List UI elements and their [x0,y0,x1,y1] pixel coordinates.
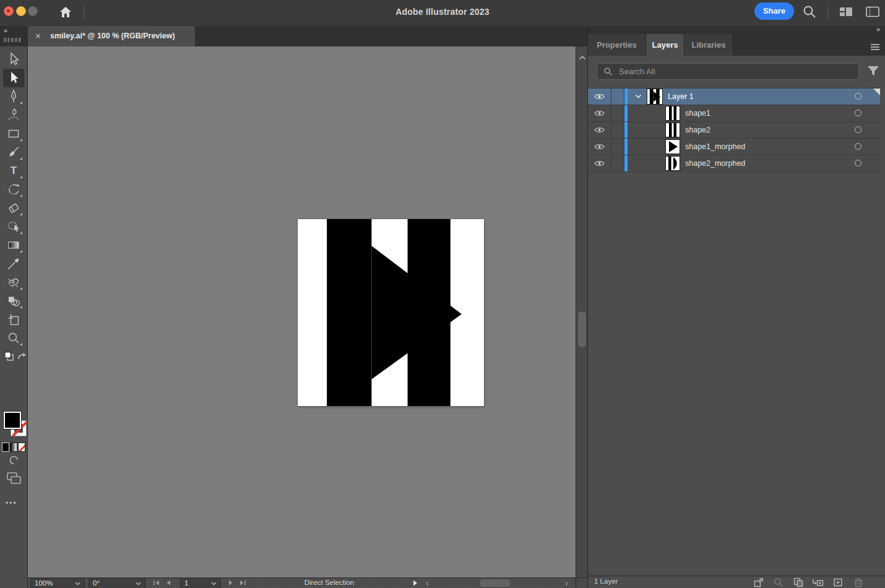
eye-icon [594,160,605,167]
search-input[interactable] [618,66,858,77]
panel-toggle-icon[interactable] [865,6,880,18]
vertical-scroll-thumb[interactable] [578,311,586,347]
lock-toggle[interactable] [611,139,624,155]
artboard-tool[interactable] [3,310,24,329]
rotate-tool[interactable] [3,180,24,199]
lock-toggle[interactable] [611,105,624,121]
pen-tool[interactable] [3,87,24,106]
layers-search-field[interactable] [597,63,859,80]
lock-toggle[interactable] [611,122,624,138]
layer-row-shape2[interactable]: shape2 [588,122,880,139]
layer-name[interactable]: Layer 1 [668,92,694,101]
visibility-toggle[interactable] [588,89,611,105]
visibility-toggle[interactable] [588,105,611,121]
make-clipping-mask-icon[interactable] [793,577,805,587]
paintbrush-tool[interactable] [3,143,24,162]
next-artboard-icon[interactable] [228,579,233,587]
target-circle[interactable] [855,160,861,166]
selection-tool[interactable] [3,50,24,69]
eraser-tool[interactable] [3,199,24,217]
new-layer-icon[interactable] [833,577,844,587]
artboard-number-select[interactable]: 1 [180,578,221,588]
last-artboard-icon[interactable] [240,579,246,587]
drawing-modes-icon[interactable] [9,455,19,468]
scrollbar-corner [576,578,589,588]
layer-row-shape2-morphed[interactable]: shape2_morphed [588,155,880,172]
collect-for-export-icon[interactable] [754,577,765,587]
tab-libraries[interactable]: Libraries [684,34,733,56]
status-expand-icon[interactable] [413,580,418,587]
rotation-select[interactable]: 0° [88,578,145,588]
collapse-panels-icon[interactable]: » [876,25,880,33]
vertical-scrollbar[interactable] [576,46,588,577]
edit-toolbar-icon[interactable]: ••• [6,499,17,508]
horizontal-scroll-thumb[interactable] [480,579,511,587]
selection-indicator [873,89,880,95]
layer-row-layer1[interactable]: Layer 1 [588,89,880,105]
scroll-left-icon[interactable]: ‹ [426,577,429,588]
type-tool[interactable]: T [3,162,24,180]
visibility-toggle[interactable] [588,155,611,171]
locate-object-icon[interactable] [774,577,785,587]
layer-row-shape1[interactable]: shape1 [588,105,880,122]
target-circle[interactable] [855,93,861,100]
layer-thumbnail[interactable] [666,106,680,120]
toolbar-header: » [0,26,28,46]
previous-artboard-icon[interactable] [166,579,171,587]
layer-name[interactable]: shape2_morphed [685,159,745,168]
layer-name[interactable]: shape2 [685,126,710,134]
layer-name[interactable]: shape1_morphed [685,142,745,151]
canvas[interactable] [28,46,576,577]
default-fill-stroke-icon[interactable] [4,352,14,364]
shaper-tool[interactable] [3,217,24,236]
close-icon[interactable]: × [35,31,41,41]
zoom-level-select[interactable]: 100% [30,578,85,588]
target-circle[interactable] [855,126,861,133]
tab-properties[interactable]: Properties [588,34,646,56]
zoom-level-value: 100% [35,579,53,587]
zoom-tool[interactable] [3,329,24,347]
layer-thumbnail[interactable] [666,140,680,153]
toolbar-grip[interactable] [4,38,21,42]
share-button[interactable]: Share [754,2,794,20]
lock-toggle[interactable] [611,155,624,171]
layer-row-shape1-morphed[interactable]: shape1_morphed [588,139,880,155]
visibility-toggle[interactable] [588,122,611,138]
document-tab[interactable]: × smiley.ai* @ 100 % (RGB/Preview) [28,26,195,46]
layer-count: 1 Layer [594,577,618,585]
target-circle[interactable] [855,110,861,116]
layer-thumbnail[interactable] [647,89,662,104]
fill-color-swatch[interactable] [4,412,21,429]
color-button[interactable] [2,443,9,452]
delete-selection-icon[interactable] [853,577,865,587]
direct-selection-tool[interactable] [3,69,24,87]
curvature-tool[interactable] [3,106,24,124]
eyedropper-tool[interactable] [3,254,24,273]
scroll-up-icon[interactable] [579,51,586,63]
toolbar-collapse-icon[interactable]: » [4,27,7,34]
panel-menu-icon[interactable] [870,42,880,53]
screen-mode-icon[interactable] [7,472,22,487]
search-icon[interactable] [802,4,817,19]
gradient-tool[interactable] [3,236,24,254]
lock-toggle[interactable] [611,89,624,105]
target-circle[interactable] [855,143,861,150]
layer-name[interactable]: shape1 [685,109,710,118]
scroll-right-icon[interactable]: › [565,577,568,588]
workspace-switcher-icon[interactable] [839,6,853,18]
puppet-warp-tool[interactable] [3,273,24,292]
first-artboard-icon[interactable] [153,579,160,587]
gradient-button[interactable] [10,443,17,452]
swap-fill-stroke-icon[interactable] [17,352,27,363]
visibility-toggle[interactable] [588,139,611,155]
none-button[interactable] [18,443,25,452]
tab-layers[interactable]: Layers [646,34,684,56]
rectangle-tool[interactable] [3,124,24,143]
filter-icon[interactable] [867,66,879,78]
artboard[interactable] [298,219,484,406]
shape-builder-tool[interactable] [3,292,24,310]
layer-thumbnail[interactable] [666,123,680,137]
chevron-down-icon[interactable] [635,94,642,99]
new-sublayer-icon[interactable] [812,577,823,587]
layer-thumbnail[interactable] [666,157,680,170]
